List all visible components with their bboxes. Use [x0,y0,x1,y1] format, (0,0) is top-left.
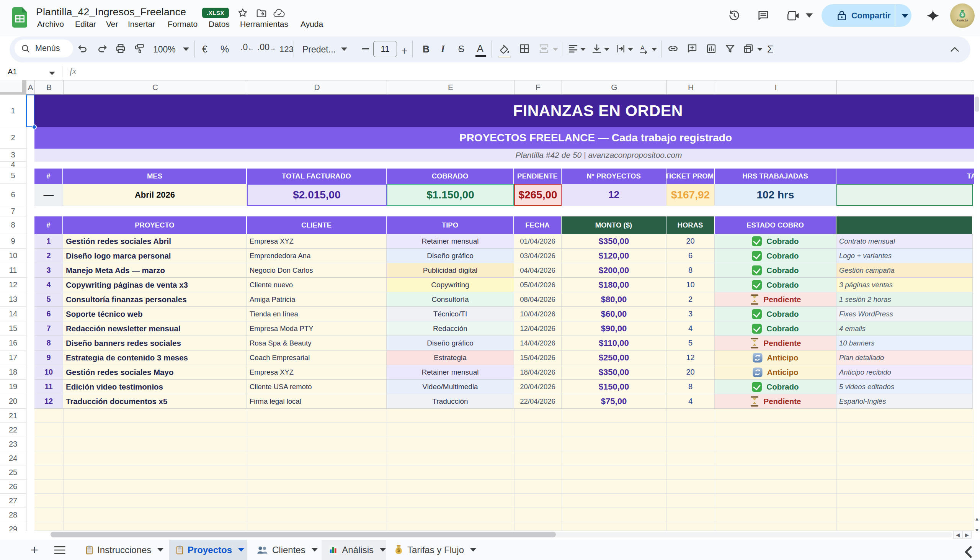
svg-text:$: $ [397,547,400,553]
svg-text:$: $ [961,12,964,17]
svg-text:A: A [640,45,644,51]
